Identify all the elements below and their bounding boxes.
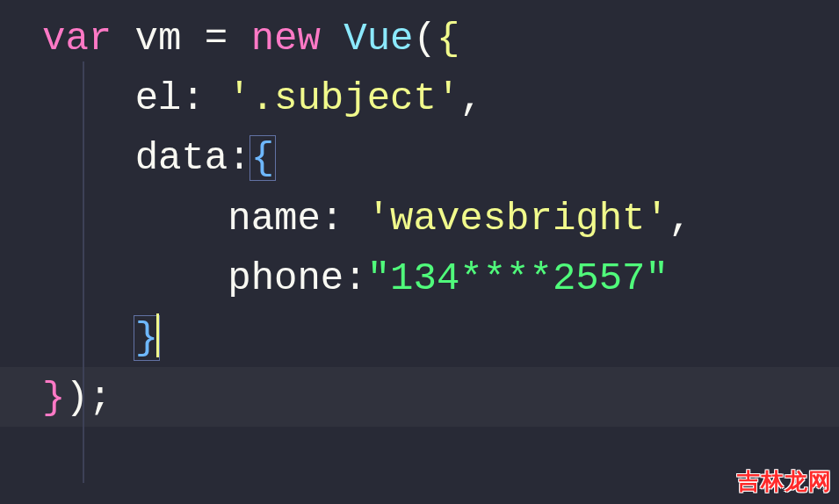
open-brace: { (437, 17, 459, 61)
colon: : (181, 76, 228, 120)
colon: : (228, 136, 250, 180)
code-line-7[interactable]: }); (42, 368, 839, 428)
close-paren: ) (65, 376, 88, 420)
class-vue: Vue (344, 17, 413, 61)
close-brace: } (42, 376, 65, 420)
equals: = (205, 17, 228, 61)
comma: , (669, 197, 691, 241)
string-name: 'wavesbright' (367, 197, 669, 241)
indent (42, 197, 228, 241)
code-line-4[interactable]: name: 'wavesbright', (42, 189, 839, 248)
open-brace-data: { (250, 135, 276, 181)
prop-phone: phone (228, 256, 344, 300)
code-line-6[interactable]: } (42, 308, 839, 368)
keyword-var: var (42, 17, 112, 61)
code-line-5[interactable]: phone:"134****2557" (42, 248, 839, 308)
indent (42, 136, 135, 180)
code-line-3[interactable]: data:{ (42, 128, 839, 188)
semicolon: ; (89, 376, 112, 420)
code-line-2[interactable]: el: '.subject', (42, 68, 839, 128)
indent (42, 316, 135, 360)
code-line-1[interactable]: var vm = new Vue({ (42, 9, 839, 68)
string-subject: '.subject' (228, 76, 459, 120)
prop-el: el (135, 76, 182, 120)
identifier-vm: vm (112, 17, 205, 61)
cursor (156, 313, 159, 357)
colon: : (321, 197, 367, 241)
colon: : (344, 256, 366, 300)
watermark: 吉林龙网 (737, 464, 832, 499)
indent (42, 256, 228, 300)
comma: , (459, 76, 482, 120)
prop-data: data (135, 136, 228, 180)
string-phone: "134****2557" (367, 256, 669, 300)
code-editor[interactable]: var vm = new Vue({ el: '.subject', data:… (0, 0, 839, 428)
indent (42, 76, 135, 120)
open-paren: ( (414, 17, 437, 61)
prop-name: name (228, 197, 321, 241)
keyword-new: new (228, 17, 344, 61)
